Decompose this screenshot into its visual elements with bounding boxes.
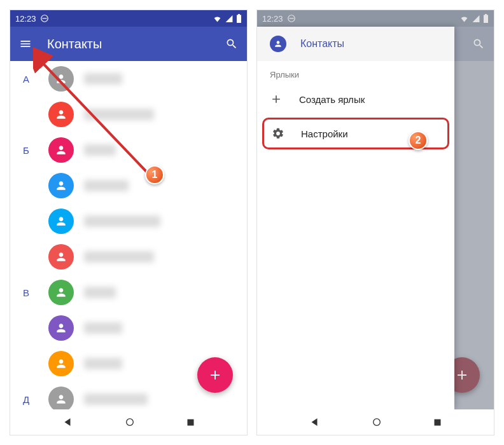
- contact-name-blurred: [84, 358, 122, 369]
- contact-avatar: [48, 280, 74, 305]
- android-nav-bar: [257, 409, 494, 435]
- signal-icon: [225, 15, 234, 23]
- contact-row[interactable]: [10, 168, 247, 203]
- contact-name-blurred: [84, 216, 160, 227]
- contact-name-blurred: [84, 144, 116, 156]
- phone-screenshot-right: 12:23 Контакты Контакты Ярлыки Создать я…: [256, 10, 494, 435]
- svg-rect-8: [435, 419, 441, 425]
- add-contact-fab[interactable]: [197, 357, 233, 393]
- search-icon[interactable]: [225, 38, 238, 50]
- back-icon[interactable]: [309, 416, 320, 428]
- header-title: Контакты: [47, 37, 210, 51]
- contact-name-blurred: [84, 109, 154, 120]
- recents-icon[interactable]: [186, 418, 195, 427]
- navigation-drawer: Контакты Ярлыки Создать ярлык Настройки: [257, 27, 454, 409]
- contact-avatar: [48, 137, 74, 163]
- svg-rect-3: [188, 419, 194, 425]
- contact-avatar: [48, 315, 74, 341]
- contact-name-blurred: [84, 394, 148, 405]
- section-letter: В: [23, 287, 48, 298]
- drawer-section-label: Ярлыки: [257, 61, 454, 83]
- section-letter: А: [23, 74, 48, 85]
- contact-avatar: [48, 102, 74, 127]
- back-icon[interactable]: [62, 416, 73, 428]
- callout-badge-2: 2: [409, 131, 428, 150]
- home-icon[interactable]: [125, 417, 135, 427]
- wifi-icon: [213, 15, 222, 23]
- section-letter: Д: [23, 394, 48, 405]
- contact-name-blurred: [84, 180, 129, 191]
- contact-name-blurred: [84, 251, 154, 263]
- plus-icon: [454, 367, 470, 383]
- signal-icon: [472, 15, 480, 23]
- contact-name-blurred: [84, 73, 122, 85]
- contact-row[interactable]: А: [10, 61, 247, 97]
- dnd-icon: [287, 14, 296, 23]
- battery-icon: [236, 14, 242, 23]
- contact-avatar: [48, 209, 74, 234]
- drawer-title: Контакты: [300, 38, 344, 50]
- plus-icon: [207, 367, 223, 383]
- dnd-icon: [40, 14, 49, 23]
- contact-avatar: [48, 173, 74, 198]
- gear-icon: [272, 127, 284, 140]
- drawer-item-create-label[interactable]: Создать ярлык: [257, 83, 454, 115]
- status-time: 12:23: [262, 14, 283, 24]
- wifi-icon: [459, 15, 469, 23]
- contact-avatar: [48, 387, 74, 411]
- plus-icon: [270, 93, 283, 106]
- contact-avatar: [48, 244, 74, 270]
- section-letter: Б: [23, 145, 48, 156]
- app-header: Контакты: [10, 27, 247, 61]
- svg-point-2: [126, 419, 133, 426]
- status-bar: 12:23: [257, 10, 494, 27]
- contact-row[interactable]: [10, 310, 247, 346]
- search-icon: [472, 38, 485, 50]
- account-avatar-icon: [270, 36, 286, 52]
- phone-screenshot-left: 12:23 Контакты А Б: [10, 10, 248, 435]
- callout-badge-1: 1: [145, 165, 164, 184]
- drawer-item-text: Создать ярлык: [299, 94, 365, 105]
- contact-row[interactable]: [10, 239, 247, 275]
- battery-icon: [483, 14, 489, 23]
- status-bar: 12:23: [10, 10, 247, 27]
- contact-row[interactable]: [10, 203, 247, 239]
- android-nav-bar: [10, 409, 247, 435]
- contact-name-blurred: [84, 287, 116, 298]
- svg-point-7: [373, 419, 380, 426]
- contact-name-blurred: [84, 322, 122, 334]
- drawer-item-text: Настройки: [301, 128, 348, 139]
- home-icon[interactable]: [372, 417, 382, 427]
- recents-icon[interactable]: [433, 418, 442, 427]
- status-time: 12:23: [15, 14, 36, 24]
- contact-row[interactable]: Б: [10, 132, 247, 168]
- contact-row[interactable]: [10, 97, 247, 132]
- drawer-header[interactable]: Контакты: [257, 27, 454, 61]
- contact-avatar: [48, 351, 74, 376]
- contact-avatar: [48, 66, 74, 92]
- contact-row[interactable]: В: [10, 275, 247, 310]
- hamburger-menu-icon[interactable]: [19, 38, 32, 50]
